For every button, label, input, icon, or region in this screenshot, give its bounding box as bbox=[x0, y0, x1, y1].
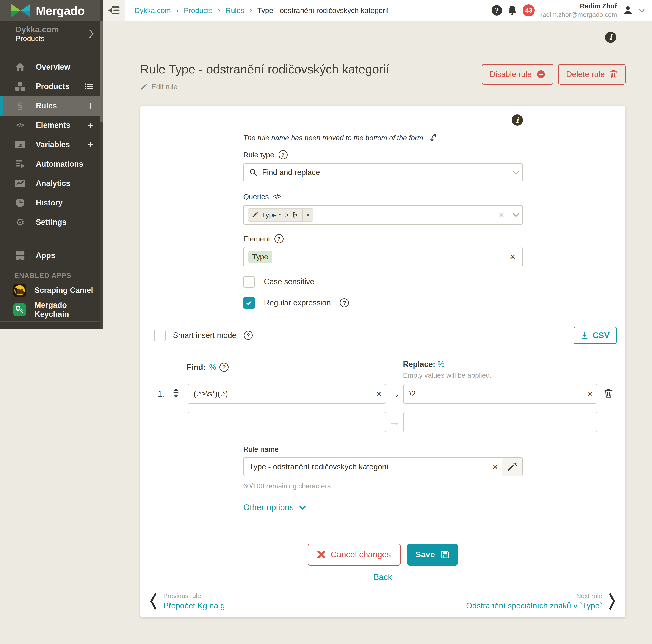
find-input-empty[interactable] bbox=[188, 412, 386, 432]
clear-element-icon[interactable]: × bbox=[510, 251, 516, 262]
element-field[interactable]: Type × bbox=[243, 247, 523, 267]
drag-handle-icon[interactable] bbox=[172, 388, 180, 398]
sidebar-nav: Overview Products § Rules + </> Elements… bbox=[0, 57, 104, 265]
element-help-icon[interactable]: ? bbox=[274, 234, 283, 243]
add-element-icon[interactable]: + bbox=[87, 120, 93, 131]
sidebar-item-variables[interactable]: x Variables + bbox=[0, 135, 104, 154]
sidebar-scrollbar[interactable] bbox=[101, 0, 104, 329]
back-link[interactable]: Back bbox=[374, 572, 392, 582]
shop-switcher[interactable]: Dykka.com Products bbox=[0, 21, 104, 47]
clear-replace-icon[interactable]: × bbox=[587, 388, 593, 399]
sidebar-scrollbar-thumb[interactable] bbox=[101, 21, 104, 122]
sidebar-divider bbox=[0, 321, 104, 321]
clear-find-icon[interactable]: × bbox=[376, 388, 382, 399]
sidebar-item-automations[interactable]: Automations bbox=[0, 154, 104, 174]
chevron-down-icon[interactable] bbox=[509, 208, 522, 222]
replace-input[interactable]: \2 × bbox=[403, 384, 597, 404]
sidebar-item-scraping-camel[interactable]: Scraping Camel bbox=[0, 281, 104, 300]
delete-row-icon[interactable] bbox=[604, 389, 613, 398]
breadcrumb-products[interactable]: Products bbox=[184, 6, 213, 15]
user-email: radim.zhor@mergado.com bbox=[540, 10, 617, 19]
sidebar-item-apps[interactable]: Apps bbox=[0, 246, 104, 265]
save-button[interactable]: Save bbox=[407, 543, 458, 565]
previous-rule-link[interactable]: Přepočet Kg na g bbox=[163, 601, 225, 610]
queries-select[interactable]: Type ~ > × × bbox=[243, 205, 523, 225]
regex-checkbox[interactable] bbox=[243, 297, 255, 309]
find-help-icon[interactable]: ? bbox=[219, 363, 228, 372]
replace-input-empty[interactable] bbox=[403, 412, 597, 432]
next-rule-link[interactable]: Odstranění speciálních znaků v `Type` bbox=[466, 601, 602, 610]
chevron-down-icon[interactable] bbox=[639, 8, 645, 12]
product-list-icon[interactable] bbox=[84, 83, 93, 90]
breadcrumb-separator: › bbox=[176, 6, 179, 15]
section-divider bbox=[149, 349, 617, 350]
rule-type-select[interactable]: Find and replace bbox=[243, 163, 523, 181]
top-header: Dykka.com › Products › Rules › Type - od… bbox=[104, 0, 652, 21]
sidebar: Mergado Dykka.com Products Overview Prod… bbox=[0, 0, 104, 329]
sidebar-item-history[interactable]: History bbox=[0, 193, 104, 213]
trash-icon bbox=[609, 70, 618, 79]
element-chip[interactable]: Type bbox=[248, 251, 272, 263]
cancel-changes-button[interactable]: Cancel changes bbox=[308, 543, 401, 565]
next-rule-label: Next rule bbox=[466, 592, 602, 599]
remove-query-icon[interactable]: × bbox=[302, 208, 313, 221]
csv-button[interactable]: CSV bbox=[573, 327, 617, 344]
smart-insert-checkbox[interactable] bbox=[154, 330, 166, 341]
sidebar-item-mergado-keychain[interactable]: Mergado Keychain bbox=[0, 300, 104, 319]
arrow-right-icon: → bbox=[388, 386, 402, 400]
anchor-link-icon[interactable] bbox=[428, 134, 437, 142]
add-rule-icon[interactable]: + bbox=[87, 101, 93, 111]
breadcrumb-separator: › bbox=[218, 6, 220, 15]
sidebar-collapse-button[interactable] bbox=[104, 0, 125, 21]
replace-placeholder-glyph[interactable]: % bbox=[437, 360, 444, 368]
user-avatar-icon[interactable] bbox=[623, 5, 633, 16]
next-rule[interactable]: Next rule Odstranění speciálních znaků v… bbox=[466, 592, 616, 610]
bell-icon[interactable] bbox=[508, 5, 517, 16]
rule-name-input[interactable]: Type - odstranění rodičovských kategorií… bbox=[244, 458, 502, 476]
code-icon: </> bbox=[273, 193, 280, 200]
rule-name-field: Type - odstranění rodičovských kategorií… bbox=[243, 457, 523, 476]
notification-count-badge[interactable]: 43 bbox=[523, 4, 535, 17]
rule-type-label: Rule type bbox=[243, 151, 274, 159]
add-variable-icon[interactable]: + bbox=[87, 139, 93, 150]
find-placeholder-glyph[interactable]: % bbox=[209, 363, 216, 372]
open-query-icon[interactable] bbox=[292, 212, 299, 218]
download-icon bbox=[581, 331, 589, 340]
gear-icon: ⚙ bbox=[14, 217, 26, 227]
breadcrumb-separator: › bbox=[249, 6, 252, 15]
breadcrumb-current: Type - odstranění rodičovských kategorií bbox=[257, 6, 389, 15]
case-sensitive-checkbox[interactable] bbox=[243, 276, 255, 287]
pencil-icon[interactable] bbox=[252, 212, 258, 218]
sidebar-item-rules[interactable]: § Rules + bbox=[0, 96, 104, 115]
user-info[interactable]: Radim Zhoř radim.zhor@mergado.com bbox=[540, 2, 617, 19]
form-info-icon[interactable]: i bbox=[512, 114, 523, 125]
delete-rule-button[interactable]: Delete rule bbox=[558, 64, 626, 85]
sidebar-item-analytics[interactable]: Analytics bbox=[0, 174, 104, 193]
sidebar-item-products[interactable]: Products bbox=[0, 77, 104, 96]
find-input[interactable]: (.*>\s*)(.*) × bbox=[188, 384, 386, 404]
other-options-toggle[interactable]: Other options bbox=[243, 503, 523, 512]
previous-rule[interactable]: Previous rule Přepočet Kg na g bbox=[150, 592, 225, 610]
logo[interactable]: Mergado bbox=[0, 0, 104, 21]
clear-queries-icon[interactable]: × bbox=[498, 209, 504, 221]
query-chip[interactable]: Type ~ > × bbox=[248, 208, 313, 222]
generate-name-button[interactable] bbox=[502, 458, 522, 476]
rule-pagination: Previous rule Přepočet Kg na g Next rule… bbox=[150, 592, 616, 611]
sidebar-item-elements[interactable]: </> Elements + bbox=[0, 115, 104, 135]
shop-context: Products bbox=[16, 34, 59, 43]
clear-rule-name-icon[interactable]: × bbox=[492, 461, 498, 472]
replace-note: Empty values will be applied. bbox=[403, 371, 492, 379]
chevron-down-icon[interactable] bbox=[509, 166, 522, 179]
pencil-icon bbox=[140, 83, 147, 90]
rules-section-icon: § bbox=[14, 101, 26, 111]
sidebar-item-overview[interactable]: Overview bbox=[0, 57, 104, 77]
breadcrumb-shop[interactable]: Dykka.com bbox=[135, 6, 171, 15]
breadcrumb-rules[interactable]: Rules bbox=[225, 6, 244, 15]
regex-help-icon[interactable]: ? bbox=[340, 298, 349, 307]
rule-type-help-icon[interactable]: ? bbox=[278, 150, 288, 159]
save-floppy-icon bbox=[440, 550, 450, 559]
sidebar-item-settings[interactable]: ⚙ Settings bbox=[0, 213, 104, 232]
disable-rule-button[interactable]: Disable rule bbox=[482, 64, 553, 85]
smart-insert-help-icon[interactable]: ? bbox=[244, 331, 253, 340]
help-button[interactable]: ? bbox=[492, 5, 502, 16]
